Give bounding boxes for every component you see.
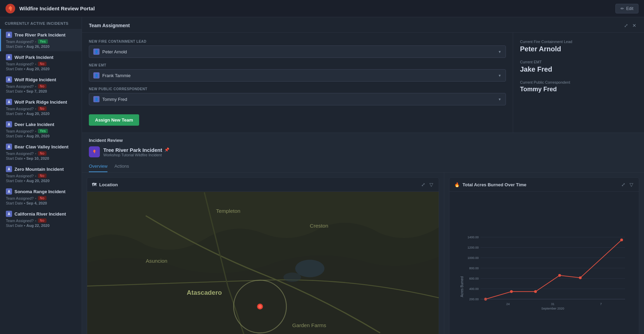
- team-assigned-badge: No: [38, 84, 46, 88]
- team-assigned-label: Team Assigned?: [6, 152, 34, 156]
- incident-review-title: Incident Review: [89, 138, 637, 143]
- team-assigned-bullet: •: [35, 174, 37, 178]
- start-date-text: Start Date • Aug 20, 2020: [6, 134, 77, 138]
- current-fire-lead-value: Peter Arnold: [520, 45, 637, 53]
- correspondent-select[interactable]: 👤 Tommy Fred ▼: [89, 93, 506, 105]
- team-assigned-label: Team Assigned?: [6, 107, 34, 111]
- team-assigned-bullet: •: [35, 196, 37, 200]
- chevron-down-icon-corr: ▼: [498, 97, 501, 101]
- team-assigned-label: Team Assigned?: [6, 62, 34, 66]
- svg-point-36: [620, 239, 623, 241]
- team-assigned-bullet: •: [35, 129, 37, 133]
- svg-point-34: [558, 274, 561, 277]
- emt-label: NEW EMT: [89, 63, 506, 67]
- svg-point-33: [534, 290, 537, 293]
- chart-filter-icon[interactable]: ▽: [629, 181, 634, 188]
- correspondent-field-group: NEW PUBLIC CORRESPONDENT 👤 Tommy Fred ▼: [89, 87, 506, 105]
- app-title: Wildfire Incident Review Portal: [19, 6, 615, 11]
- start-date-text: Start Date • Aug 26, 2020: [6, 44, 77, 49]
- start-date-text: Start Date • Aug 22, 2020: [6, 223, 77, 228]
- chart-expand-icon[interactable]: ⤢: [621, 181, 626, 188]
- chart-container: Acres Burned 140: [449, 192, 639, 334]
- team-assigned-bullet: •: [35, 219, 37, 223]
- svg-text:Creston: Creston: [310, 223, 329, 229]
- sidebar-incident-item[interactable]: A Zero Mountain Incident Team Assigned? …: [0, 163, 82, 186]
- review-incident-icon: [89, 146, 100, 157]
- correspondent-label: NEW PUBLIC CORRESPONDENT: [89, 87, 506, 91]
- team-assigned-badge: No: [38, 151, 46, 156]
- close-icon[interactable]: ✕: [632, 22, 637, 29]
- incident-avatar: A: [6, 99, 12, 105]
- edit-button[interactable]: ✏ Edit: [615, 4, 638, 13]
- edit-icon: ✏: [621, 6, 624, 11]
- svg-text:24: 24: [506, 302, 510, 306]
- sidebar-incident-item[interactable]: A Deer Lake Incident Team Assigned? • Ye…: [0, 118, 82, 141]
- current-correspondent-label: Current Public Correspondent: [520, 80, 637, 84]
- sidebar: Currently Active Incidents A Tree River …: [0, 17, 82, 334]
- team-assigned-badge: Yes: [38, 39, 48, 44]
- incident-name-text: Wolf Ridge Incident: [14, 77, 56, 82]
- map-container[interactable]: Templeton Asuncion Creston Atascadero Ga…: [87, 192, 439, 334]
- location-filter-icon[interactable]: ▽: [429, 181, 434, 188]
- chevron-down-icon-emt: ▼: [498, 74, 501, 77]
- incident-name-text: Wolf Park Ridge Incident: [14, 100, 67, 105]
- team-assigned-bullet: •: [35, 107, 37, 111]
- chart-svg: 1400.00 1200.00 1000.00 800.00 600.00 40…: [467, 197, 632, 334]
- svg-text:800.00: 800.00: [469, 267, 479, 270]
- location-title: Location: [99, 182, 118, 187]
- team-assigned-bullet: •: [35, 84, 37, 88]
- emt-field-group: NEW EMT 👤 Frank Tammie ▼: [89, 63, 506, 82]
- incident-review-panel: Incident Review Tree River Park Incident…: [82, 133, 644, 334]
- current-fire-lead-label: Current Fire Containment Lead: [520, 40, 637, 44]
- review-incident-name: Tree River Park Incident: [103, 147, 162, 153]
- map-icon: 🗺: [92, 182, 96, 187]
- team-assignment-title: Team Assignment: [89, 23, 130, 28]
- review-incident-subtitle: Workshop Tutorial Wildfire Incident: [103, 153, 169, 157]
- chevron-down-icon: ▼: [498, 50, 501, 54]
- sidebar-incident-item[interactable]: A Bear Claw Valley Incident Team Assigne…: [0, 141, 82, 163]
- sidebar-incident-item[interactable]: A Tree River Park Incident Team Assigned…: [0, 29, 82, 51]
- svg-text:Garden Farms: Garden Farms: [292, 322, 326, 328]
- svg-text:31: 31: [551, 302, 554, 306]
- svg-point-35: [579, 276, 582, 279]
- chart-panel: 🔥 Total Acres Burned Over Time ⤢ ▽ Acres…: [444, 173, 644, 334]
- sidebar-incident-item[interactable]: A Wolf Park Ridge Incident Team Assigned…: [0, 96, 82, 118]
- expand-icon[interactable]: ⤢: [623, 22, 629, 29]
- svg-text:200.00: 200.00: [469, 298, 479, 301]
- svg-text:Templeton: Templeton: [216, 208, 240, 214]
- svg-point-3: [283, 273, 301, 282]
- current-emt-value: Jake Fred: [520, 65, 637, 73]
- svg-point-12: [258, 305, 262, 308]
- team-assigned-badge: No: [38, 106, 46, 111]
- tab-actions[interactable]: Actions: [114, 161, 129, 172]
- chart-card-header: 🔥 Total Acres Burned Over Time ⤢ ▽: [449, 178, 639, 192]
- incident-list: A Tree River Park Incident Team Assigned…: [0, 29, 82, 230]
- incident-review-header: Incident Review Tree River Park Incident…: [82, 133, 644, 173]
- sidebar-incident-item[interactable]: A Wolf Park Incident Team Assigned? • No…: [0, 51, 82, 74]
- topbar: Wildfire Incident Review Portal ✏ Edit: [0, 0, 644, 17]
- review-title-row: Tree River Park Incident 📌 Workshop Tuto…: [89, 146, 637, 157]
- sidebar-incident-item[interactable]: A Sonoma Range Incident Team Assigned? •…: [0, 186, 82, 208]
- location-expand-icon[interactable]: ⤢: [420, 181, 426, 188]
- incident-name-text: Sonoma Range Incident: [14, 189, 65, 194]
- sidebar-incident-item[interactable]: A Wolf Ridge Incident Team Assigned? • N…: [0, 74, 82, 96]
- tabs: Overview Actions: [89, 161, 637, 172]
- team-assigned-label: Team Assigned?: [6, 219, 34, 223]
- start-date-text: Start Date • Sep 10, 2020: [6, 156, 77, 160]
- panel-header: Team Assignment ⤢ ✕: [82, 17, 644, 33]
- team-assignment-panel: Team Assignment ⤢ ✕ NEW FIRE CONTAINMENT…: [82, 17, 644, 133]
- person-icon: 👤: [93, 49, 100, 55]
- y-axis-label: Acres Burned: [460, 276, 464, 297]
- incident-avatar: A: [6, 188, 12, 195]
- tab-overview[interactable]: Overview: [89, 161, 107, 172]
- team-assigned-label: Team Assigned?: [6, 40, 34, 44]
- location-card: 🗺 Location ⤢ ▽: [87, 177, 439, 334]
- svg-text:1000.00: 1000.00: [467, 256, 479, 260]
- sidebar-incident-item[interactable]: A California River Incident Team Assigne…: [0, 208, 82, 230]
- svg-text:1400.00: 1400.00: [467, 236, 479, 239]
- fire-lead-select[interactable]: 👤 Peter Arnold ▼: [89, 45, 506, 58]
- assign-new-team-button[interactable]: Assign New Team: [89, 114, 139, 126]
- main-layout: Currently Active Incidents A Tree River …: [0, 17, 644, 334]
- emt-select[interactable]: 👤 Frank Tammie ▼: [89, 69, 506, 82]
- review-incident-pin-icon: 📌: [164, 147, 169, 152]
